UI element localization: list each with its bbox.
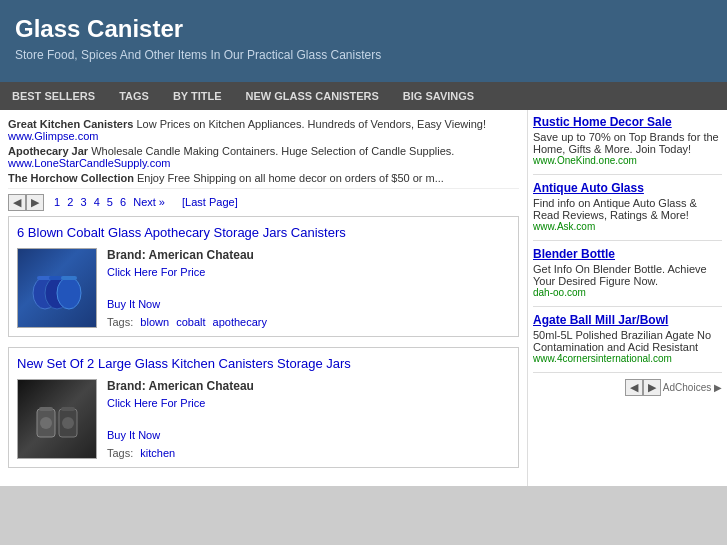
top-ad-2: Apothecary Jar Wholesale Candle Making C…: [8, 145, 519, 169]
sidebar-ad-4-url: www.4cornersinternational.com: [533, 353, 722, 364]
sidebar-ad-1-desc: Save up to 70% on Top Brands for the Hom…: [533, 131, 722, 155]
prev-arrow[interactable]: ◀: [8, 194, 26, 211]
main-container: Great Kitchen Canisters Low Prices on Ki…: [0, 110, 727, 486]
tags-label: Tags:: [107, 316, 133, 328]
page-subtitle: Store Food, Spices And Other Items In Ou…: [15, 48, 712, 62]
ad-choices-label: AdChoices: [663, 382, 711, 393]
product-2-tags: Tags: kitchen: [107, 447, 510, 459]
content-area: Great Kitchen Canisters Low Prices on Ki…: [0, 110, 527, 486]
top-ad-1: Great Kitchen Canisters Low Prices on Ki…: [8, 118, 519, 142]
sidebar-ad-2-title[interactable]: Antique Auto Glass: [533, 181, 722, 195]
page-3[interactable]: 3: [80, 196, 86, 208]
product-2-price-link[interactable]: Click Here For Price: [107, 397, 510, 409]
product-2-brand: Brand: American Chateau: [107, 379, 510, 393]
top-ad-3-title[interactable]: The Horchow Collection: [8, 172, 134, 184]
top-ad-3-desc: Enjoy Free Shipping on all home decor on…: [137, 172, 444, 184]
product-2-details: Brand: American Chateau Click Here For P…: [107, 379, 510, 459]
sidebar-ad-4-desc: 50ml-5L Polished Brazilian Agate No Cont…: [533, 329, 722, 353]
top-ad-2-title[interactable]: Apothecary Jar: [8, 145, 88, 157]
nav-new-glass-canisters[interactable]: NEW GLASS CANISTERS: [234, 82, 391, 110]
product-1: 6 Blown Cobalt Glass Apothecary Storage …: [8, 216, 519, 337]
sidebar-nav-arrows: ◀ ▶: [625, 379, 661, 396]
ad-choices-icon: ▶: [714, 382, 722, 393]
nav-tags[interactable]: TAGS: [107, 82, 161, 110]
ad-choices: ◀ ▶ AdChoices ▶: [533, 379, 722, 401]
sidebar-ad-4-title[interactable]: Agate Ball Mill Jar/Bowl: [533, 313, 722, 327]
sidebar-sep-1: [533, 174, 722, 175]
product-1-inner: Brand: American Chateau Click Here For P…: [17, 248, 510, 328]
page-1[interactable]: 1: [54, 196, 60, 208]
product-1-tags: Tags: blown cobalt apothecary: [107, 316, 510, 328]
page-6[interactable]: 6: [120, 196, 126, 208]
product-2-image-svg: [27, 389, 87, 449]
top-ad-2-desc: Wholesale Candle Making Containers. Huge…: [91, 145, 454, 157]
tags-label-2: Tags:: [107, 447, 133, 459]
product-2-brand-name: American Chateau: [149, 379, 254, 393]
top-ad-3: The Horchow Collection Enjoy Free Shippi…: [8, 172, 519, 184]
product-2-title[interactable]: New Set Of 2 Large Glass Kitchen Caniste…: [17, 356, 510, 371]
top-ad-2-url[interactable]: www.LoneStarCandleSupply.com: [8, 157, 170, 169]
brand-label-2: Brand:: [107, 379, 149, 393]
top-ad-1-title[interactable]: Great Kitchen Canisters: [8, 118, 133, 130]
product-1-price-link[interactable]: Click Here For Price: [107, 266, 510, 278]
product-2: New Set Of 2 Large Glass Kitchen Caniste…: [8, 347, 519, 468]
sidebar-ad-2-url: www.Ask.com: [533, 221, 722, 232]
svg-rect-7: [39, 407, 53, 411]
product-1-tag-cobalt[interactable]: cobalt: [176, 316, 205, 328]
product-2-tag-kitchen[interactable]: kitchen: [140, 447, 175, 459]
svg-point-10: [40, 417, 52, 429]
sidebar-sep-2: [533, 240, 722, 241]
product-1-details: Brand: American Chateau Click Here For P…: [107, 248, 510, 328]
svg-point-11: [62, 417, 74, 429]
sidebar-ad-3-title[interactable]: Blender Bottle: [533, 247, 722, 261]
brand-label: Brand:: [107, 248, 149, 262]
next-arrow-top[interactable]: ▶: [26, 194, 44, 211]
nav-arrows: ◀ ▶: [8, 194, 44, 211]
svg-rect-9: [61, 407, 75, 411]
sidebar-sep-3: [533, 306, 722, 307]
nav-best-sellers[interactable]: BEST SELLERS: [0, 82, 107, 110]
page-header: Glass Canister Store Food, Spices And Ot…: [0, 0, 727, 82]
product-1-image: [17, 248, 97, 328]
top-ad-1-url[interactable]: www.Glimpse.com: [8, 130, 98, 142]
pagination: ◀ ▶ 1 2 3 4 5 6 Next » [Last Page]: [8, 194, 519, 211]
product-2-inner: Brand: American Chateau Click Here For P…: [17, 379, 510, 459]
product-2-buy-now[interactable]: Buy It Now: [107, 429, 510, 441]
top-ad-1-desc: Low Prices on Kitchen Appliances. Hundre…: [136, 118, 486, 130]
product-2-image: [17, 379, 97, 459]
sidebar-ad-4: Agate Ball Mill Jar/Bowl 50ml-5L Polishe…: [533, 313, 722, 364]
sidebar-ad-1-url: www.OneKind.one.com: [533, 155, 722, 166]
svg-point-2: [57, 277, 81, 309]
sidebar-next-arrow[interactable]: ▶: [643, 379, 661, 396]
ad-separator: [8, 188, 519, 189]
next-link[interactable]: Next »: [133, 196, 165, 208]
sidebar-ad-2: Antique Auto Glass Find info on Antique …: [533, 181, 722, 232]
page-title: Glass Canister: [15, 15, 712, 43]
nav-big-savings[interactable]: BIG SAVINGS: [391, 82, 486, 110]
product-1-buy-now[interactable]: Buy It Now: [107, 298, 510, 310]
product-1-tag-blown[interactable]: blown: [140, 316, 169, 328]
sidebar-ad-1-title[interactable]: Rustic Home Decor Sale: [533, 115, 722, 129]
sidebar-ad-3-url: dah-oo.com: [533, 287, 722, 298]
sidebar-ad-3: Blender Bottle Get Info On Blender Bottl…: [533, 247, 722, 298]
product-1-tag-apothecary[interactable]: apothecary: [213, 316, 267, 328]
sidebar-ad-3-desc: Get Info On Blender Bottle. Achieve Your…: [533, 263, 722, 287]
product-1-title[interactable]: 6 Blown Cobalt Glass Apothecary Storage …: [17, 225, 510, 240]
sidebar-ad-1: Rustic Home Decor Sale Save up to 70% on…: [533, 115, 722, 166]
sidebar-sep-4: [533, 372, 722, 373]
last-page-link[interactable]: [Last Page]: [182, 196, 238, 208]
product-1-brand: Brand: American Chateau: [107, 248, 510, 262]
nav-by-title[interactable]: BY TITLE: [161, 82, 234, 110]
sidebar: Rustic Home Decor Sale Save up to 70% on…: [527, 110, 727, 486]
sidebar-ad-2-desc: Find info on Antique Auto Glass & Read R…: [533, 197, 722, 221]
svg-rect-5: [61, 276, 77, 280]
sidebar-prev-arrow[interactable]: ◀: [625, 379, 643, 396]
product-1-image-svg: [27, 258, 87, 318]
page-2[interactable]: 2: [67, 196, 73, 208]
page-5[interactable]: 5: [107, 196, 113, 208]
main-nav: BEST SELLERS TAGS BY TITLE NEW GLASS CAN…: [0, 82, 727, 110]
page-4[interactable]: 4: [94, 196, 100, 208]
product-1-brand-name: American Chateau: [149, 248, 254, 262]
